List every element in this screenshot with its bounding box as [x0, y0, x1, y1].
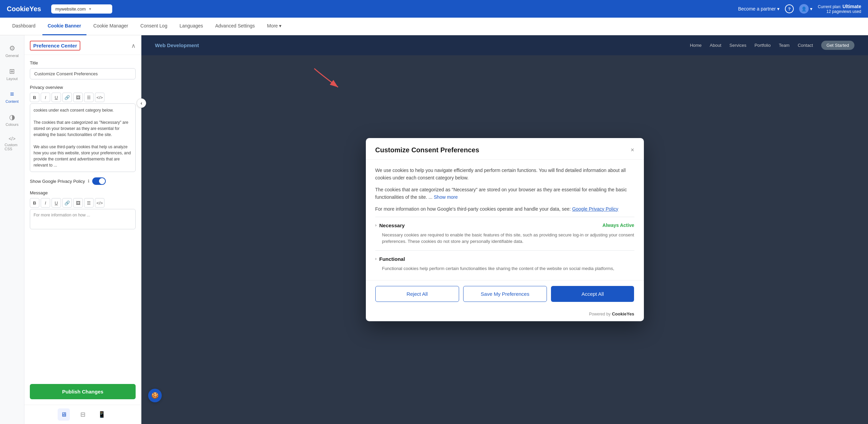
mock-site-logo: Web Development: [155, 42, 199, 48]
main-layout: ⚙ General ⊞ Layout ≡ Content ◑ Colours <…: [0, 35, 868, 424]
italic-button[interactable]: I: [41, 93, 50, 102]
plan-info: Current plan: Ultimate 12 pageviews used: [818, 4, 861, 14]
modal-body: We use cookies to help you navigate effi…: [366, 160, 644, 280]
nav-advanced-settings[interactable]: Advanced Settings: [210, 18, 260, 35]
mock-get-started-button[interactable]: Get Started: [821, 41, 854, 50]
sidebar-item-custom-css[interactable]: </> Custom CSS: [2, 133, 22, 154]
modal-intro-text: We use cookies to help you navigate effi…: [375, 167, 634, 182]
gear-icon: ⚙: [9, 44, 15, 52]
plan-label: Current plan:: [818, 4, 841, 9]
mock-site-header: Web Development Home About Services Port…: [141, 35, 868, 55]
msg-code-button[interactable]: </>: [95, 198, 104, 208]
mock-nav-about: About: [710, 43, 721, 48]
accept-all-button[interactable]: Accept All: [551, 286, 634, 302]
preference-center-title[interactable]: Preference Center: [30, 41, 80, 51]
mock-nav-contact: Contact: [798, 43, 813, 48]
user-chevron-icon: ▾: [810, 6, 812, 12]
device-bar: 🖥 ⊟ 📱: [24, 405, 141, 424]
underline-button[interactable]: U: [52, 93, 61, 102]
list-button[interactable]: ☰: [84, 93, 94, 102]
mock-site-nav: Home About Services Portfolio Team Conta…: [690, 41, 854, 50]
mock-nav-services: Services: [729, 43, 746, 48]
nav-cookie-manager[interactable]: Cookie Manager: [88, 18, 134, 35]
secondary-navigation: Dashboard Cookie Banner Cookie Manager C…: [0, 18, 868, 35]
save-preferences-button[interactable]: Save My Preferences: [463, 286, 547, 302]
collapse-panel-button[interactable]: ‹: [137, 98, 146, 108]
sidebar-item-layout[interactable]: ⊞ Layout: [2, 64, 22, 84]
msg-list-button[interactable]: ☰: [84, 198, 94, 208]
show-more-link[interactable]: Show more: [434, 194, 458, 200]
always-active-badge: Always Active: [603, 223, 634, 228]
modal-google-text: For more information on how Google's thi…: [375, 205, 634, 213]
nav-languages[interactable]: Languages: [174, 18, 208, 35]
modal-necessary-text-content: The cookies that are categorized as "Nec…: [375, 187, 627, 200]
annotation-arrow: [311, 65, 352, 93]
tablet-view-button[interactable]: ⊟: [77, 408, 89, 421]
domain-selector[interactable]: mywebsite.com ▼: [51, 4, 112, 14]
editor-text-2: The cookies that are categorized as "Nec…: [34, 119, 132, 138]
title-field-value[interactable]: Customize Consent Preferences: [30, 68, 136, 79]
top-nav-right: Become a partner ▾ ? 👤 ▾ Current plan: U…: [738, 4, 861, 14]
msg-italic-button[interactable]: I: [41, 198, 50, 208]
nav-more[interactable]: More ▾: [262, 18, 287, 35]
code-button[interactable]: </>: [95, 93, 104, 102]
plan-name: Ultimate: [843, 4, 861, 9]
link-button[interactable]: 🔗: [62, 93, 72, 102]
modal-close-button[interactable]: ×: [631, 147, 634, 154]
necessary-description: Necessary cookies are required to enable…: [375, 232, 634, 245]
msg-underline-button[interactable]: U: [52, 198, 61, 208]
modal-necessary-text: The cookies that are categorized as "Nec…: [375, 186, 634, 201]
bold-button[interactable]: B: [30, 93, 39, 102]
powered-by: Powered by CookieYes: [366, 309, 644, 321]
user-menu[interactable]: 👤 ▾: [799, 4, 812, 14]
preview-area: Web Development Home About Services Port…: [141, 35, 868, 424]
consent-header-necessary[interactable]: › Necessary Always Active: [375, 223, 634, 228]
publish-changes-button[interactable]: Publish Changes: [30, 384, 136, 399]
panel-body: Title Customize Consent Preferences Priv…: [24, 55, 141, 380]
nav-consent-log[interactable]: Consent Log: [135, 18, 173, 35]
layout-label: Layout: [6, 77, 18, 81]
google-privacy-link[interactable]: Google Privacy Policy: [572, 206, 618, 212]
content-label: Content: [5, 99, 19, 103]
google-privacy-toggle[interactable]: [92, 177, 106, 185]
sidebar-item-content[interactable]: ≡ Content: [2, 87, 22, 107]
content-icon: ≡: [10, 90, 14, 98]
desktop-view-button[interactable]: 🖥: [58, 408, 70, 421]
modal-overlay: Customize Consent Preferences × We use c…: [141, 35, 868, 424]
sidebar-item-colours[interactable]: ◑ Colours: [2, 110, 22, 130]
google-text-content: For more information on how Google's thi…: [375, 206, 571, 212]
msg-image-button[interactable]: 🖼: [73, 198, 83, 208]
reject-all-button[interactable]: Reject All: [375, 286, 459, 302]
nav-dashboard[interactable]: Dashboard: [7, 18, 41, 35]
consent-section-functional: › Functional Functional cookies help per…: [375, 250, 634, 277]
mock-nav-home: Home: [690, 43, 702, 48]
mobile-view-button[interactable]: 📱: [96, 408, 108, 421]
privacy-editor[interactable]: cookies under each consent category belo…: [30, 103, 136, 172]
panel-collapse-button[interactable]: ∧: [131, 42, 136, 50]
icon-sidebar: ⚙ General ⊞ Layout ≡ Content ◑ Colours <…: [0, 35, 24, 424]
google-privacy-toggle-row: Show Google Privacy Policy ℹ: [30, 177, 136, 185]
consent-section-necessary: › Necessary Always Active Necessary cook…: [375, 217, 634, 250]
nav-cookie-banner[interactable]: Cookie Banner: [42, 18, 87, 35]
domain-chevron-icon: ▼: [88, 7, 108, 11]
modal-header: Customize Consent Preferences ×: [366, 138, 644, 160]
top-navigation: CookieYes mywebsite.com ▼ Become a partn…: [0, 0, 868, 18]
partner-link[interactable]: Become a partner ▾: [738, 6, 780, 12]
msg-bold-button[interactable]: B: [30, 198, 39, 208]
modal-title: Customize Consent Preferences: [375, 146, 479, 154]
domain-value: mywebsite.com: [55, 6, 86, 12]
image-button[interactable]: 🖼: [73, 93, 83, 102]
user-avatar: 👤: [799, 4, 809, 14]
msg-link-button[interactable]: 🔗: [62, 198, 72, 208]
sidebar-item-general[interactable]: ⚙ General: [2, 41, 22, 61]
partner-label: Become a partner: [738, 6, 776, 12]
info-icon: ℹ: [88, 179, 90, 184]
colours-label: Colours: [6, 122, 19, 127]
powered-label: Powered by: [589, 312, 610, 316]
consent-header-functional[interactable]: › Functional: [375, 256, 634, 262]
message-editor[interactable]: For more information on how ...: [30, 209, 136, 229]
help-button[interactable]: ?: [785, 4, 794, 13]
cookie-icon-button[interactable]: 🍪: [148, 389, 162, 402]
functional-section-name: Functional: [379, 256, 634, 262]
panel-header: Preference Center ∧: [24, 35, 141, 55]
